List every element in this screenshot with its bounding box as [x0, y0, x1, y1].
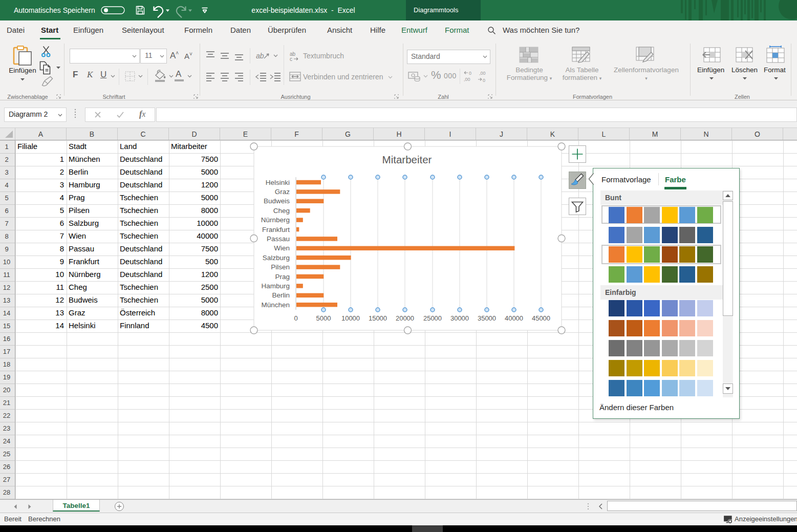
svg-text:35000: 35000 [478, 314, 496, 322]
svg-text:45000: 45000 [532, 314, 550, 322]
svg-text:,00: ,00 [479, 71, 486, 76]
svg-text:10000: 10000 [341, 314, 360, 322]
svg-text:Mitarbeiter: Mitarbeiter [382, 154, 432, 165]
svg-text:25000: 25000 [423, 314, 442, 322]
svg-text:0: 0 [294, 314, 297, 322]
svg-text:Salzburg: Salzburg [263, 254, 290, 262]
svg-text:Pilsen: Pilsen [271, 263, 290, 271]
svg-text:Helsinki: Helsinki [266, 179, 290, 186]
svg-text:c: c [290, 56, 292, 61]
svg-text:Frankfurt: Frankfurt [262, 226, 290, 233]
svg-text:Hamburg: Hamburg [261, 282, 290, 290]
svg-text:0: 0 [469, 71, 471, 76]
svg-text:Nürnberg: Nürnberg [261, 216, 290, 224]
svg-text:15000: 15000 [369, 314, 387, 322]
svg-text:5000: 5000 [316, 314, 331, 322]
svg-text:Wien: Wien [274, 244, 290, 252]
svg-text:Prag: Prag [275, 273, 290, 281]
svg-text:ab: ab [256, 52, 264, 60]
svg-text:Graz: Graz [275, 188, 290, 196]
svg-text:30000: 30000 [450, 314, 469, 322]
svg-text:0: 0 [483, 78, 485, 83]
svg-text:Budweis: Budweis [264, 197, 290, 205]
svg-text:Berlin: Berlin [272, 291, 290, 299]
svg-text:Cheg: Cheg [273, 207, 290, 215]
svg-text:München: München [261, 301, 290, 309]
svg-text:,00: ,00 [464, 77, 470, 82]
svg-text:Passau: Passau [267, 235, 290, 243]
svg-text:20000: 20000 [396, 314, 414, 322]
svg-text:40000: 40000 [505, 314, 523, 322]
